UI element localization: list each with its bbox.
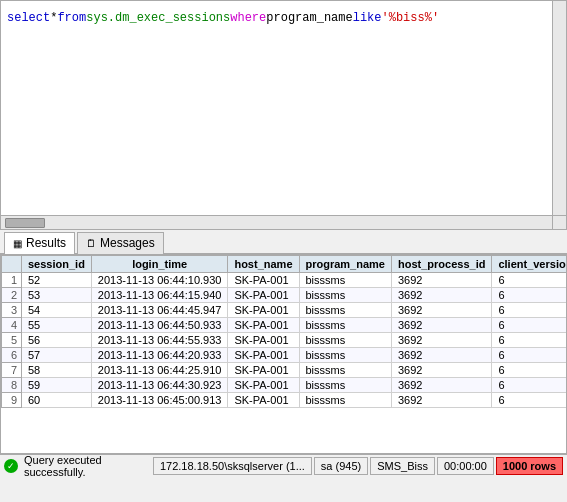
status-database: SMS_Biss (370, 457, 435, 475)
sql-asterisk: * (50, 9, 57, 27)
cell-program-name: bisssms (299, 363, 391, 378)
cell-row-num: 8 (2, 378, 22, 393)
cell-host-name: SK-PA-001 (228, 363, 299, 378)
cell-session-id: 59 (22, 378, 92, 393)
cell-host-process-id: 3692 (391, 348, 491, 363)
cell-host-name: SK-PA-001 (228, 303, 299, 318)
cell-host-process-id: 3692 (391, 333, 491, 348)
grid-icon: ▦ (13, 238, 22, 249)
table-row: 4552013-11-13 06:44:50.933SK-PA-001bisss… (2, 318, 568, 333)
cell-program-name: bisssms (299, 303, 391, 318)
sql-string-value: '%biss%' (382, 9, 440, 27)
cell-session-id: 53 (22, 288, 92, 303)
editor-scroll-corner (552, 215, 566, 229)
cell-session-id: 57 (22, 348, 92, 363)
table-row: 2532013-11-13 06:44:15.940SK-PA-001bisss… (2, 288, 568, 303)
cell-login-time: 2013-11-13 06:44:50.933 (91, 318, 228, 333)
editor-horizontal-scrollbar[interactable] (1, 215, 566, 229)
cell-client-version: 6 (492, 393, 567, 408)
status-time: 00:00:00 (437, 457, 494, 475)
cell-program-name: bisssms (299, 273, 391, 288)
cell-session-id: 56 (22, 333, 92, 348)
cell-host-name: SK-PA-001 (228, 348, 299, 363)
cell-host-process-id: 3692 (391, 288, 491, 303)
cell-client-version: 6 (492, 363, 567, 378)
keyword-select: select (7, 9, 50, 27)
cell-program-name: bisssms (299, 348, 391, 363)
status-query-text: Query executed successfully. (20, 454, 151, 478)
sql-table: sys.dm_exec_sessions (86, 9, 230, 27)
cell-login-time: 2013-11-13 06:44:45.947 (91, 303, 228, 318)
keyword-where: where (230, 9, 266, 27)
cell-login-time: 2013-11-13 06:45:00.913 (91, 393, 228, 408)
keyword-from: from (57, 9, 86, 27)
cell-login-time: 2013-11-13 06:44:15.940 (91, 288, 228, 303)
sql-line-1: select * from sys.dm_exec_sessions where… (7, 9, 560, 27)
editor-vertical-scrollbar[interactable] (552, 1, 566, 215)
col-row-num (2, 256, 22, 273)
status-rows: 1000 rows (496, 457, 563, 475)
tabs-bar: ▦ Results 🗒 Messages (0, 230, 567, 254)
cell-host-process-id: 3692 (391, 363, 491, 378)
cell-program-name: bisssms (299, 393, 391, 408)
sql-column: program_name (266, 9, 352, 27)
cell-client-version: 6 (492, 303, 567, 318)
table-row: 6572013-11-13 06:44:20.933SK-PA-001bisss… (2, 348, 568, 363)
results-grid[interactable]: session_id login_time host_name program_… (0, 254, 567, 454)
cell-client-version: 6 (492, 318, 567, 333)
cell-session-id: 54 (22, 303, 92, 318)
cell-host-process-id: 3692 (391, 318, 491, 333)
results-table: session_id login_time host_name program_… (1, 255, 567, 408)
table-row: 7582013-11-13 06:44:25.910SK-PA-001bisss… (2, 363, 568, 378)
cell-client-version: 6 (492, 273, 567, 288)
cell-host-name: SK-PA-001 (228, 393, 299, 408)
table-row: 9602013-11-13 06:45:00.913SK-PA-001bisss… (2, 393, 568, 408)
cell-client-version: 6 (492, 288, 567, 303)
table-header-row: session_id login_time host_name program_… (2, 256, 568, 273)
cell-program-name: bisssms (299, 378, 391, 393)
cell-client-version: 6 (492, 378, 567, 393)
cell-host-name: SK-PA-001 (228, 333, 299, 348)
cell-row-num: 1 (2, 273, 22, 288)
cell-program-name: bisssms (299, 288, 391, 303)
cell-login-time: 2013-11-13 06:44:20.933 (91, 348, 228, 363)
cell-host-process-id: 3692 (391, 378, 491, 393)
col-client-version: client_version (492, 256, 567, 273)
status-user: sa (945) (314, 457, 368, 475)
cell-row-num: 6 (2, 348, 22, 363)
cell-session-id: 55 (22, 318, 92, 333)
tab-results-label: Results (26, 236, 66, 250)
tab-results[interactable]: ▦ Results (4, 232, 75, 254)
col-login-time: login_time (91, 256, 228, 273)
sql-editor[interactable]: select * from sys.dm_exec_sessions where… (0, 0, 567, 230)
cell-host-name: SK-PA-001 (228, 378, 299, 393)
col-program-name: program_name (299, 256, 391, 273)
cell-login-time: 2013-11-13 06:44:25.910 (91, 363, 228, 378)
cell-login-time: 2013-11-13 06:44:10.930 (91, 273, 228, 288)
cell-login-time: 2013-11-13 06:44:55.933 (91, 333, 228, 348)
keyword-like: like (353, 9, 382, 27)
tab-messages[interactable]: 🗒 Messages (77, 232, 164, 254)
cell-host-name: SK-PA-001 (228, 288, 299, 303)
cell-host-process-id: 3692 (391, 393, 491, 408)
col-session-id: session_id (22, 256, 92, 273)
tab-messages-label: Messages (100, 236, 155, 250)
cell-row-num: 4 (2, 318, 22, 333)
status-server: 172.18.18.50\sksqlserver (1... (153, 457, 312, 475)
cell-login-time: 2013-11-13 06:44:30.923 (91, 378, 228, 393)
cell-row-num: 3 (2, 303, 22, 318)
cell-session-id: 52 (22, 273, 92, 288)
cell-row-num: 5 (2, 333, 22, 348)
status-ok-icon: ✓ (4, 459, 18, 473)
cell-host-process-id: 3692 (391, 273, 491, 288)
cell-program-name: bisssms (299, 318, 391, 333)
table-row: 8592013-11-13 06:44:30.923SK-PA-001bisss… (2, 378, 568, 393)
cell-host-name: SK-PA-001 (228, 318, 299, 333)
cell-host-process-id: 3692 (391, 303, 491, 318)
cell-session-id: 58 (22, 363, 92, 378)
table-row: 3542013-11-13 06:44:45.947SK-PA-001bisss… (2, 303, 568, 318)
cell-client-version: 6 (492, 333, 567, 348)
col-host-process-id: host_process_id (391, 256, 491, 273)
status-bar: ✓ Query executed successfully. 172.18.18… (0, 454, 567, 476)
editor-hscroll-thumb[interactable] (5, 218, 45, 228)
